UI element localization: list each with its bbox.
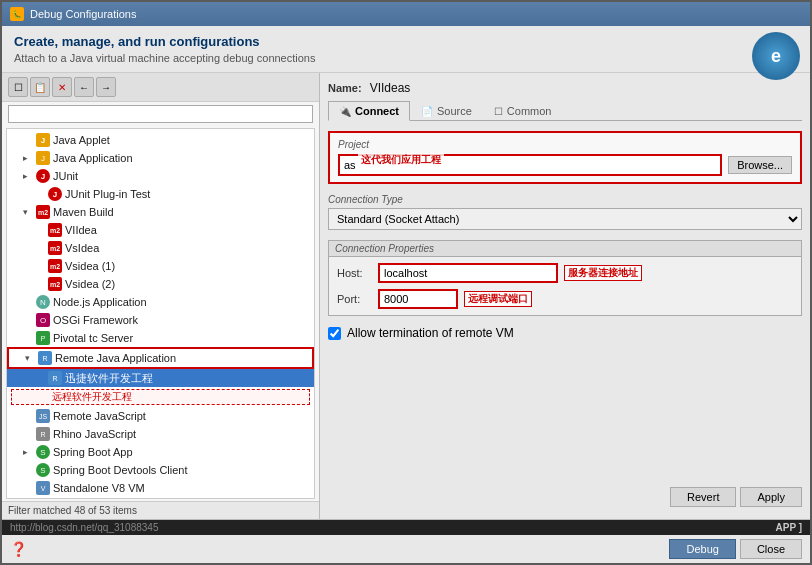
help-icon[interactable]: ❓ <box>10 541 27 557</box>
delete-button[interactable]: ✕ <box>52 77 72 97</box>
window-icon: 🐛 <box>10 7 24 21</box>
remote-annotation: 远程软件开发工程 <box>11 389 310 405</box>
arrow-spring-boot[interactable] <box>23 447 33 457</box>
eclipse-logo: e <box>752 32 800 80</box>
allow-termination-row: Allow termination of remote VM <box>328 322 802 344</box>
maven-icon: m2 <box>36 205 50 219</box>
remote-selected-icon: R <box>48 371 62 385</box>
tree-item-junit[interactable]: J JUnit <box>7 167 314 185</box>
tree-item-spring-devtools[interactable]: S Spring Boot Devtools Client <box>7 461 314 479</box>
tree-item-remote-java[interactable]: R Remote Java Application <box>7 347 314 369</box>
rhino-js-label: Rhino JavaScript <box>53 428 136 440</box>
duplicate-button[interactable]: 📋 <box>30 77 50 97</box>
project-field-row: 这代我们应用工程 Browse... <box>338 154 792 176</box>
spring-boot-label: Spring Boot App <box>53 446 133 458</box>
tab-source[interactable]: 📄 Source <box>410 101 483 121</box>
tree-item-java-applet[interactable]: J Java Applet <box>7 131 314 149</box>
tree-item-pivotal[interactable]: P Pivotal tc Server <box>7 329 314 347</box>
vsidea1-icon: m2 <box>48 259 62 273</box>
standalone-v8-icon: V <box>36 481 50 495</box>
port-annotation: 远程调试端口 <box>464 291 532 307</box>
name-row: Name: VIIdeas <box>328 81 802 95</box>
spacer <box>328 350 802 477</box>
tree-item-remote-selected[interactable]: R 迅捷软件开发工程 <box>7 369 314 387</box>
browse-button[interactable]: Browse... <box>728 156 792 174</box>
viidea-label: VIIdea <box>65 224 97 236</box>
tree-item-maven[interactable]: m2 Maven Build <box>7 203 314 221</box>
common-tab-icon: ☐ <box>494 106 503 117</box>
tab-connect[interactable]: 🔌 Connect <box>328 101 410 121</box>
configuration-tree[interactable]: J Java Applet J Java Application J JUnit <box>6 128 315 499</box>
tab-common[interactable]: ☐ Common <box>483 101 563 121</box>
connection-properties-content: Host: 服务器连接地址 Port: 远程调试端口 <box>329 257 801 315</box>
title-bar: 🐛 Debug Configurations <box>2 2 810 26</box>
java-app-icon: J <box>36 151 50 165</box>
left-panel: ☐ 📋 ✕ ← → J Java Applet <box>2 73 320 519</box>
tree-item-rhino-js[interactable]: R Rhino JavaScript <box>7 425 314 443</box>
tree-item-vsidea[interactable]: m2 VsIdea <box>7 239 314 257</box>
host-field-row: Host: 服务器连接地址 <box>337 263 793 283</box>
project-input[interactable] <box>338 154 722 176</box>
port-field-row: Port: 远程调试端口 <box>337 289 793 309</box>
tree-item-vsidea2[interactable]: m2 Vsidea (2) <box>7 275 314 293</box>
header-section: Create, manage, and run configurations A… <box>2 26 810 73</box>
connection-type-select[interactable]: Standard (Socket Attach) Socket Listen S… <box>328 208 802 230</box>
close-button[interactable]: Close <box>740 539 802 559</box>
collapse-button[interactable]: ← <box>74 77 94 97</box>
nodejs-label: Node.js Application <box>53 296 147 308</box>
connection-properties-label: Connection Properties <box>329 241 801 257</box>
port-input[interactable] <box>378 289 458 309</box>
vsidea1-label: Vsidea (1) <box>65 260 115 272</box>
name-value: VIIdeas <box>370 81 411 95</box>
allow-termination-checkbox[interactable] <box>328 327 341 340</box>
revert-button[interactable]: Revert <box>670 487 736 507</box>
header-subtitle: Attach to a Java virtual machine accepti… <box>14 52 798 64</box>
apply-button[interactable]: Apply <box>740 487 802 507</box>
remote-java-icon: R <box>38 351 52 365</box>
arrow-maven[interactable] <box>23 207 33 217</box>
arrow-remote-java[interactable] <box>25 353 35 363</box>
connection-properties-section: Connection Properties Host: 服务器连接地址 Port… <box>328 240 802 316</box>
host-label: Host: <box>337 267 372 279</box>
tree-item-standalone-v8[interactable]: V Standalone V8 VM <box>7 479 314 497</box>
tree-item-java-app[interactable]: J Java Application <box>7 149 314 167</box>
tree-item-junit-plugin[interactable]: J JUnit Plug-in Test <box>7 185 314 203</box>
expand-button[interactable]: → <box>96 77 116 97</box>
tree-search-area <box>2 102 319 126</box>
tree-item-viidea[interactable]: m2 VIIdea <box>7 221 314 239</box>
vsidea2-label: Vsidea (2) <box>65 278 115 290</box>
arrow-java-app[interactable] <box>23 153 33 163</box>
java-applet-icon: J <box>36 133 50 147</box>
remote-js-icon: JS <box>36 409 50 423</box>
tree-item-osgi[interactable]: O OSGi Framework <box>7 311 314 329</box>
debug-configurations-window: 🐛 Debug Configurations Create, manage, a… <box>0 0 812 565</box>
connection-type-label: Connection Type <box>328 194 802 205</box>
spring-devtools-label: Spring Boot Devtools Client <box>53 464 188 476</box>
remote-selected-label: 迅捷软件开发工程 <box>65 371 153 386</box>
bottom-bar: http://blog.csdn.net/qq_31088345 APP ] ❓… <box>2 519 810 563</box>
new-config-button[interactable]: ☐ <box>8 77 28 97</box>
remote-java-label: Remote Java Application <box>55 352 176 364</box>
tree-item-vsidea1[interactable]: m2 Vsidea (1) <box>7 257 314 275</box>
app-label: APP ] <box>776 522 803 533</box>
tree-item-task-context[interactable]: T Task Context Test <box>7 497 314 499</box>
standalone-v8-label: Standalone V8 VM <box>53 482 145 494</box>
search-input[interactable] <box>8 105 313 123</box>
watermark-text: http://blog.csdn.net/qq_31088345 <box>10 522 158 533</box>
tree-toolbar: ☐ 📋 ✕ ← → <box>2 73 319 102</box>
debug-button[interactable]: Debug <box>669 539 735 559</box>
host-input[interactable] <box>378 263 558 283</box>
project-section-label: Project <box>338 139 792 150</box>
tree-item-remote-js[interactable]: JS Remote JavaScript <box>7 407 314 425</box>
tree-item-nodejs[interactable]: N Node.js Application <box>7 293 314 311</box>
osgi-label: OSGi Framework <box>53 314 138 326</box>
help-area: ❓ <box>10 539 665 559</box>
junit-label: JUnit <box>53 170 78 182</box>
spring-devtools-icon: S <box>36 463 50 477</box>
tree-item-spring-boot[interactable]: S Spring Boot App <box>7 443 314 461</box>
connect-tab-label: Connect <box>355 105 399 117</box>
arrow-junit[interactable] <box>23 171 33 181</box>
spring-boot-icon: S <box>36 445 50 459</box>
allow-termination-label: Allow termination of remote VM <box>347 326 514 340</box>
junit-icon: J <box>36 169 50 183</box>
